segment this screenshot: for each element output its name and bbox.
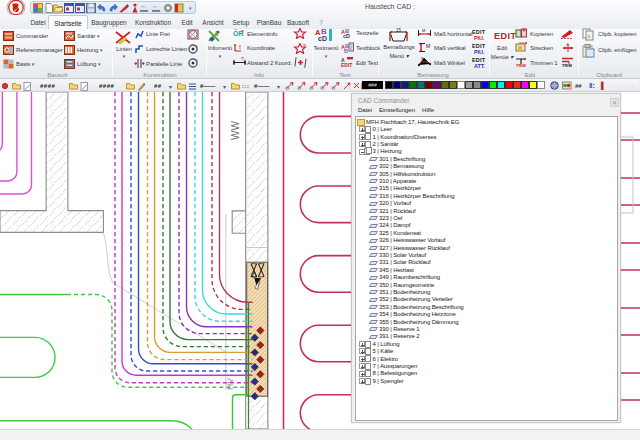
svg-text:M: M	[422, 28, 425, 33]
svg-text:?: ?	[241, 57, 244, 62]
svg-text:HV: HV	[225, 378, 235, 390]
svg-text:TRIM: TRIM	[516, 63, 526, 68]
svg-text:?: ?	[303, 43, 306, 49]
svg-text:EDIT: EDIT	[341, 62, 352, 68]
svg-text:P: P	[421, 56, 424, 61]
svg-text:cD: cD	[343, 33, 350, 39]
svg-text:!: !	[239, 44, 241, 50]
svg-text:WW: WW	[230, 121, 241, 140]
svg-text:15: 15	[396, 28, 402, 33]
svg-text:P: P	[195, 58, 198, 63]
svg-text:TRIM: TRIM	[562, 63, 572, 68]
svg-text:R: R	[195, 44, 198, 49]
svg-text:B: B	[344, 48, 348, 54]
svg-text:?: ?	[215, 29, 220, 38]
svg-text:?: ?	[241, 29, 244, 35]
svg-text:M: M	[426, 43, 430, 49]
svg-text:mm: mm	[140, 8, 148, 13]
svg-text:a: a	[588, 33, 591, 39]
svg-text:E: E	[567, 42, 570, 47]
svg-text:mm: mm	[152, 8, 160, 13]
svg-text:cD: cD	[318, 35, 327, 42]
